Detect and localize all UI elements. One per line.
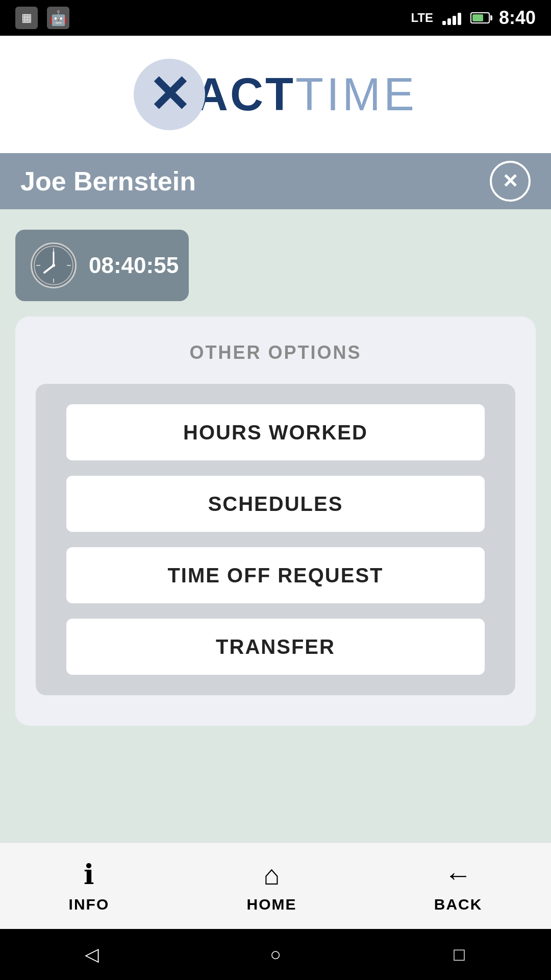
bottom-nav: ℹ INFO ⌂ HOME ← BACK	[0, 842, 551, 929]
clock-widget: 08:40:55	[15, 230, 189, 301]
nav-home[interactable]: ⌂ HOME	[247, 859, 297, 913]
options-inner: HOURS WORKED SCHEDULES TIME OFF REQUEST …	[36, 384, 515, 695]
android-home-icon: ○	[270, 944, 281, 965]
android-back-icon: ◁	[85, 944, 99, 965]
android-icon: 🤖	[47, 7, 69, 29]
user-header: Joe Bernstein ✕	[0, 153, 551, 209]
logo-text: ACT TIME	[195, 68, 417, 121]
info-icon: ℹ	[84, 859, 94, 891]
info-label: INFO	[69, 896, 110, 913]
back-icon: ←	[444, 859, 472, 891]
battery-icon	[470, 12, 490, 23]
signal-bars	[442, 11, 461, 25]
options-title: OTHER OPTIONS	[189, 342, 361, 363]
status-time: 8:40	[499, 7, 536, 29]
robot-icon: 🤖	[49, 10, 67, 27]
signal-bar-2	[447, 18, 451, 25]
signal-bar-1	[442, 21, 446, 25]
logo-time-text: TIME	[295, 68, 417, 121]
logo-act-text: ACT	[195, 68, 295, 121]
home-label: HOME	[247, 896, 297, 913]
main-content: 08:40:55 OTHER OPTIONS HOURS WORKED SCHE…	[0, 209, 551, 842]
back-label: BACK	[434, 896, 483, 913]
android-home-button[interactable]: ○	[260, 939, 291, 970]
time-off-request-button[interactable]: TIME OFF REQUEST	[66, 547, 485, 603]
schedules-button[interactable]: SCHEDULES	[66, 476, 485, 532]
sim-icon: ▦	[15, 7, 38, 29]
logo-circle: ✕	[134, 59, 205, 130]
clock-time-display: 08:40:55	[89, 253, 179, 278]
android-nav-bar: ◁ ○ □	[0, 929, 551, 980]
status-right-area: LTE 8:40	[411, 7, 536, 29]
logo-x-letter: ✕	[148, 69, 191, 120]
android-back-button[interactable]: ◁	[77, 939, 107, 970]
svg-line-6	[44, 265, 54, 273]
android-recents-icon: □	[454, 944, 465, 965]
logo-container: ✕ ACT TIME	[134, 59, 417, 130]
options-card: OTHER OPTIONS HOURS WORKED SCHEDULES TIM…	[15, 316, 536, 726]
android-recents-button[interactable]: □	[444, 939, 474, 970]
app-header: ✕ ACT TIME	[0, 36, 551, 153]
lte-badge: LTE	[411, 11, 433, 25]
close-button[interactable]: ✕	[490, 161, 531, 202]
transfer-button[interactable]: TRANSFER	[66, 619, 485, 675]
nav-back[interactable]: ← BACK	[434, 859, 483, 913]
signal-bar-3	[453, 16, 456, 25]
clock-face	[31, 242, 77, 288]
home-icon: ⌂	[263, 859, 280, 891]
status-left-icons: ▦ 🤖	[15, 7, 69, 29]
battery-fill	[472, 14, 483, 21]
hours-worked-button[interactable]: HOURS WORKED	[66, 404, 485, 460]
clock-svg	[33, 245, 74, 286]
signal-bar-4	[458, 13, 461, 25]
status-bar: ▦ 🤖 LTE 8:40	[0, 0, 551, 36]
user-name-label: Joe Bernstein	[20, 166, 196, 197]
nav-info[interactable]: ℹ INFO	[69, 859, 110, 913]
svg-point-7	[52, 264, 55, 267]
